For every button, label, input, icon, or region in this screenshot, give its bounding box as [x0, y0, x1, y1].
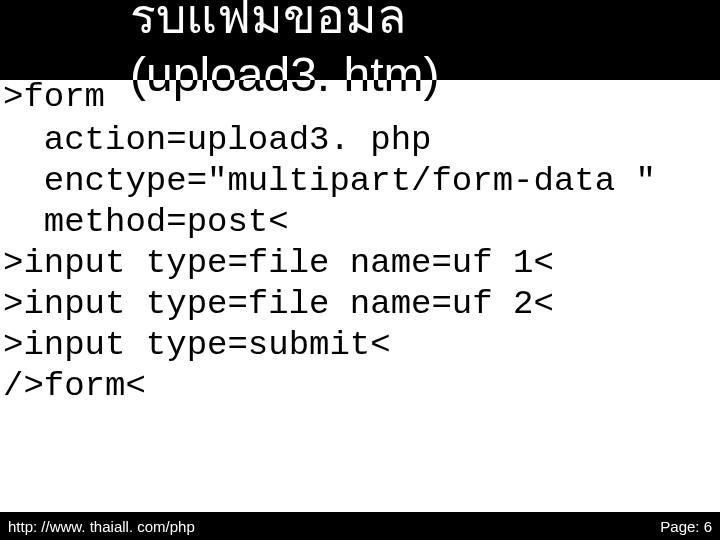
- code-line: enctype="multipart/form-data ": [3, 162, 656, 200]
- code-line: />form<: [3, 367, 146, 405]
- title-line1: รบแฟมขอมล: [130, 0, 406, 43]
- title-line2: (upload3. htm): [130, 48, 440, 80]
- footer-page: Page: 6: [660, 518, 712, 535]
- code-line: >input type=submit<: [3, 326, 391, 364]
- code-block: action=upload3. php enctype="multipart/f…: [3, 120, 717, 407]
- footer-bar: http: //www. thaiall. com/php Page: 6: [0, 512, 720, 540]
- form-open-tag: >form: [3, 78, 105, 116]
- code-line: method=post<: [3, 203, 289, 241]
- slide-title-bottom: รบแฟมขอมล (upload3. htm): [0, 80, 720, 140]
- footer-url: http: //www. thaiall. com/php: [8, 518, 195, 535]
- title-line2-b: (upload3. htm): [130, 80, 440, 101]
- code-line: >input type=file name=uf 2<: [3, 285, 554, 323]
- slide-title-top: รบแฟมขอมล (upload3. htm): [0, 0, 720, 80]
- code-line: >input type=file name=uf 1<: [3, 244, 554, 282]
